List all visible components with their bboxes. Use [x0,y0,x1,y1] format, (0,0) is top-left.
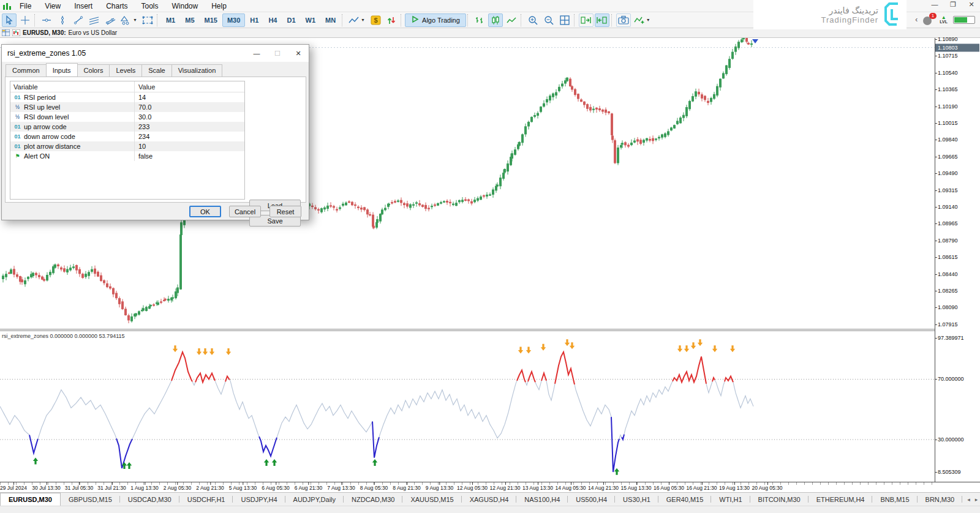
timeframe-m15[interactable]: M15 [200,13,222,27]
timeframe-m5[interactable]: M5 [180,13,199,27]
timeframe-d1[interactable]: D1 [282,13,300,27]
dialog-tab-visualization[interactable]: Visualization [172,64,223,77]
timeframe-m30[interactable]: M30 [222,13,245,27]
menu-file[interactable]: File [13,1,38,12]
input-value[interactable]: 30.0 [135,113,244,121]
timeframe-w1[interactable]: W1 [301,13,321,27]
inputs-table[interactable]: VariableValue01RSI period14½RSI up level… [10,81,245,200]
chart-tab-xagusd[interactable]: XAGUSD,H4 [462,493,517,506]
dialog-tab-levels[interactable]: Levels [109,64,142,77]
chart-tab-us30[interactable]: US30,H1 [615,493,658,506]
chart-tab-us500[interactable]: US500,H4 [568,493,615,506]
bars-chart-button[interactable] [472,13,487,27]
input-value[interactable]: 234 [135,133,244,140]
ok-button[interactable]: OK [189,206,221,217]
shapes-tool-button[interactable]: ▼ [119,13,139,27]
chart-tab-usdchf[interactable]: USDCHF,H1 [179,493,233,506]
time-scale[interactable]: 29 Jul 202430 Jul 13:3031 Jul 05:3031 Ju… [0,482,980,492]
dialog-tab-inputs[interactable]: Inputs [46,63,78,76]
input-value[interactable]: 233 [135,123,244,130]
rsi-line-norm [624,381,673,435]
close-window-icon[interactable]: ✕ [967,1,976,9]
trendline-tool-button[interactable] [71,13,86,27]
chart-tab-usdcad[interactable]: USDCAD,M30 [120,493,179,506]
input-row-down-arrow-code[interactable]: 01down arrow code234 [10,132,244,141]
vertical-line-tool-button[interactable] [55,13,70,27]
scroll-to-end-button[interactable] [579,13,594,27]
equidistant-channel-tool-button[interactable] [87,13,102,27]
chart-tab-nas100[interactable]: NAS100,H4 [516,493,568,506]
algo-trading-button[interactable]: Algo Trading [405,13,466,27]
dialog-minimize-icon[interactable]: — [246,45,267,61]
input-row-alert-on[interactable]: ⚑Alert ONfalse [10,151,244,161]
dialog-tab-scale[interactable]: Scale [141,64,172,77]
notifications-icon[interactable]: 1 [923,15,934,24]
chart-tab-ethereum[interactable]: ETHEREUM,H4 [809,493,873,506]
chart-tab-bnb[interactable]: BNB,M15 [872,493,917,506]
cancel-button[interactable]: Cancel [229,206,261,217]
dialog-tab-common[interactable]: Common [6,64,47,77]
tab-scroll-right-icon[interactable]: ▸ [975,496,978,503]
dropdown-caret-icon[interactable]: ▼ [361,18,365,22]
menu-tools[interactable]: Tools [135,1,165,12]
chart-type-line-button[interactable]: ▼ [347,13,367,27]
chart-tab-usdjpy[interactable]: USDJPY,H4 [233,493,285,506]
tile-windows-button[interactable] [557,13,572,27]
restore-window-icon[interactable]: ❐ [948,1,958,9]
input-row-rsi-down-level[interactable]: ½RSI down level30.0 [10,112,244,122]
buy-sell-arrows-button[interactable] [384,13,399,27]
chart-tab-audjpy[interactable]: AUDJPY,Daily [285,493,344,506]
input-value[interactable]: 70.0 [135,103,244,111]
timeframe-h4[interactable]: H4 [263,13,282,27]
horizontal-line-tool-button[interactable] [39,13,54,27]
minimize-window-icon[interactable]: — [930,1,940,9]
chart-tab-brn[interactable]: BRN,M30 [918,493,963,506]
line-chart-button[interactable] [504,13,519,27]
chart-tab-xauusd[interactable]: XAUUSD,M15 [402,493,461,506]
dialog-titlebar[interactable]: rsi_extreme_zones 1.05 — ☐ ✕ [2,45,309,62]
timeframe-m1[interactable]: M1 [161,13,180,27]
indicators-wizard-button[interactable]: ▼ [632,13,652,27]
chart-tab-gbpusd[interactable]: GBPUSD,M15 [61,493,120,506]
dropdown-caret-icon[interactable]: ▼ [133,18,137,22]
rectangle-tool-button[interactable] [140,13,155,27]
dialog-tab-colors[interactable]: Colors [77,64,110,77]
collapse-toolbar-icon[interactable]: ‹ [915,15,918,24]
auto-scroll-button[interactable] [595,13,609,27]
chart-tab-eurusd[interactable]: EURUSD,M30 [0,493,61,506]
tab-scroll-left-icon[interactable]: ◂ [967,496,970,503]
dropdown-caret-icon[interactable]: ▼ [646,18,650,22]
menu-view[interactable]: View [38,1,67,12]
menu-help[interactable]: Help [205,1,233,12]
input-value[interactable]: 14 [135,94,244,101]
andrews-pitchfork-tool-button[interactable] [103,13,118,27]
chart-tab-ger40[interactable]: GER40,M15 [658,493,712,506]
input-value[interactable]: 10 [135,143,244,150]
time-label: 8 Aug 21:30 [393,485,420,491]
crosshair-button[interactable] [18,13,32,27]
chart-tab-nzdcad[interactable]: NZDCAD,M30 [344,493,402,506]
chart-tab-wti[interactable]: WTI,H1 [711,493,750,506]
timeframe-mn[interactable]: MN [320,13,341,27]
rsi-line-under [29,435,38,454]
input-row-rsi-up-level[interactable]: ½RSI up level70.0 [10,102,244,112]
zoom-in-button[interactable] [526,13,540,27]
cursor-pointer-button[interactable] [2,13,17,27]
rsi-indicator-pane[interactable] [0,331,935,482]
dialog-close-icon[interactable]: ✕ [288,45,309,61]
camera-screenshot-button[interactable] [616,13,631,27]
menu-window[interactable]: Window [165,1,205,12]
zoom-out-button[interactable] [541,13,556,27]
new-order-dollar-button[interactable]: $ [368,13,383,27]
chart-tab-bitcoin[interactable]: BITCOIN,M30 [750,493,809,506]
input-row-plot-arrow-distance[interactable]: 01plot arrow distance10 [10,141,244,151]
reset-button[interactable]: Reset [270,206,301,217]
candles-chart-button[interactable] [488,13,503,27]
input-value[interactable]: false [135,152,244,160]
toolbar-group [578,13,610,28]
menu-charts[interactable]: Charts [99,1,134,12]
menu-insert[interactable]: Insert [67,1,99,12]
input-row-up-arrow-code[interactable]: 01up arrow code233 [10,122,244,132]
input-row-rsi-period[interactable]: 01RSI period14 [10,92,244,102]
timeframe-h1[interactable]: H1 [245,13,263,27]
